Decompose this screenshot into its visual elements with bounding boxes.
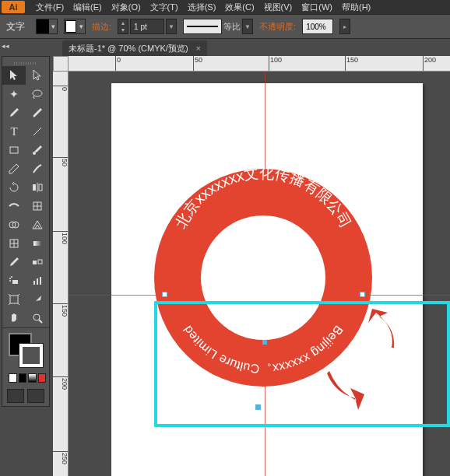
magic-wand-tool[interactable]: ✦ (2, 85, 26, 103)
paintbrush-tool[interactable] (26, 141, 49, 159)
svg-point-25 (33, 314, 40, 320)
stroke-weight-field[interactable]: 1 pt (130, 19, 164, 34)
pen-tool[interactable] (2, 103, 26, 122)
svg-rect-3 (10, 147, 18, 153)
annotation-rectangle (154, 301, 450, 427)
svg-rect-16 (38, 260, 42, 264)
fill-stroke-control[interactable] (7, 331, 44, 370)
svg-point-18 (9, 278, 11, 279)
svg-line-26 (39, 320, 42, 323)
document-tab-bar: 未标题-1* @ 70% (CMYK/预览) × (0, 39, 450, 56)
menu-object[interactable]: 对象(O) (107, 2, 146, 13)
selection-handle-left[interactable] (162, 292, 167, 297)
artboard-tool[interactable] (2, 290, 26, 309)
svg-point-19 (11, 276, 12, 278)
reflect-tool[interactable] (26, 178, 49, 197)
screen-mode-normal[interactable] (7, 389, 24, 403)
app-badge: Ai (2, 1, 25, 13)
graph-tool[interactable] (26, 271, 49, 290)
document-tab[interactable]: 未标题-1* @ 70% (CMYK/预览) × (62, 40, 207, 56)
perspective-tool[interactable] (26, 215, 49, 234)
stroke-profile-dropdown-icon[interactable]: ▼ (242, 19, 253, 34)
zoom-tool[interactable] (26, 309, 49, 327)
type-tool[interactable]: T (2, 122, 26, 141)
svg-rect-5 (33, 184, 36, 191)
symbol-spray-tool[interactable] (2, 271, 26, 290)
panel-toggle-icon[interactable]: ◂◂ (2, 42, 12, 50)
v-tick: 0 (53, 86, 69, 91)
svg-rect-23 (40, 277, 41, 285)
svg-rect-21 (33, 281, 35, 285)
opacity-dropdown-icon[interactable]: ▸ (339, 19, 350, 34)
fill-swatch[interactable]: ▾ (36, 19, 58, 34)
selection-handle-right[interactable] (360, 292, 365, 297)
h-tick: 0 (115, 56, 121, 72)
menu-select[interactable]: 选择(S) (183, 2, 221, 13)
color-mode-gradient[interactable] (28, 373, 37, 383)
tab-close-icon[interactable]: × (196, 44, 201, 53)
h-tick: 200 (423, 56, 436, 72)
stroke-weight-stepper[interactable]: ▲▼ (118, 19, 128, 34)
warp-tool[interactable] (26, 197, 49, 215)
stroke-profile-label: 等比 (223, 21, 241, 33)
selection-tool[interactable] (2, 66, 26, 85)
mesh-tool[interactable] (2, 234, 26, 253)
blend-tool[interactable] (26, 253, 49, 271)
horizontal-ruler[interactable]: 0 50 100 150 200 (69, 56, 450, 72)
toolbox-grip[interactable] (2, 60, 49, 66)
line-tool[interactable] (26, 122, 49, 141)
ruler-origin[interactable] (53, 56, 69, 72)
vertical-ruler[interactable]: 0 50 100 150 200 250 (53, 72, 69, 476)
stroke-swatch[interactable]: ▾ (64, 19, 86, 34)
slice-tool[interactable] (26, 290, 49, 309)
svg-rect-17 (12, 280, 18, 284)
rectangle-tool[interactable] (2, 141, 26, 159)
rotate-tool[interactable] (2, 178, 26, 197)
v-tick: 250 (53, 451, 69, 464)
eyedropper-tool[interactable] (2, 253, 26, 271)
canvas[interactable]: 北京xxxxxxx文化传播有限公司 Beijing xxxxxx。Culture… (69, 72, 450, 476)
hand-tool[interactable] (2, 309, 26, 327)
menu-effect[interactable]: 效果(C) (220, 2, 258, 13)
screen-mode-full[interactable] (27, 389, 44, 403)
menu-edit[interactable]: 编辑(E) (69, 2, 107, 13)
color-mode-solid[interactable] (9, 373, 17, 383)
menu-file[interactable]: 文件(F) (31, 2, 69, 13)
color-mode-none[interactable] (38, 373, 47, 383)
stroke-dropdown-icon[interactable]: ▾ (77, 19, 85, 33)
color-mode-black[interactable] (19, 373, 27, 383)
pencil-tool[interactable] (2, 159, 26, 178)
lasso-tool[interactable] (26, 85, 49, 103)
svg-rect-24 (10, 296, 18, 303)
width-tool[interactable] (2, 197, 26, 215)
fill-color (37, 19, 49, 33)
stroke-indicator[interactable] (19, 344, 43, 367)
fill-dropdown-icon[interactable]: ▾ (49, 19, 57, 33)
svg-line-2 (33, 128, 41, 135)
svg-rect-15 (33, 261, 37, 264)
h-tick: 50 (193, 56, 202, 72)
blob-brush-tool[interactable] (26, 159, 49, 178)
menubar: Ai 文件(F) 编辑(E) 对象(O) 文字(T) 选择(S) 效果(C) 视… (0, 0, 450, 14)
v-tick: 50 (53, 157, 69, 166)
curvature-tool[interactable] (26, 103, 49, 122)
opacity-field[interactable]: 100% (302, 19, 333, 34)
h-tick: 150 (345, 56, 358, 72)
svg-point-4 (33, 152, 36, 155)
stroke-profile-preview (183, 19, 222, 34)
selection-type-label: 文字 (6, 20, 25, 33)
annotation-arrow-bottom (325, 371, 364, 411)
shape-builder-tool[interactable] (2, 215, 26, 234)
ring-text-top: 北京xxxxxxx文化传播有限公司 (172, 169, 354, 231)
menu-type[interactable]: 文字(T) (146, 2, 183, 13)
svg-point-1 (33, 115, 36, 117)
opacity-label: 不透明度: (259, 21, 296, 33)
stroke-color (65, 20, 76, 33)
stroke-weight-dropdown-icon[interactable]: ▼ (166, 19, 177, 34)
gradient-tool[interactable] (26, 234, 49, 253)
menu-help[interactable]: 帮助(H) (337, 2, 375, 13)
h-tick: 100 (269, 56, 282, 72)
direct-selection-tool[interactable] (26, 66, 49, 85)
menu-window[interactable]: 窗口(W) (297, 2, 337, 13)
menu-view[interactable]: 视图(V) (259, 2, 297, 13)
